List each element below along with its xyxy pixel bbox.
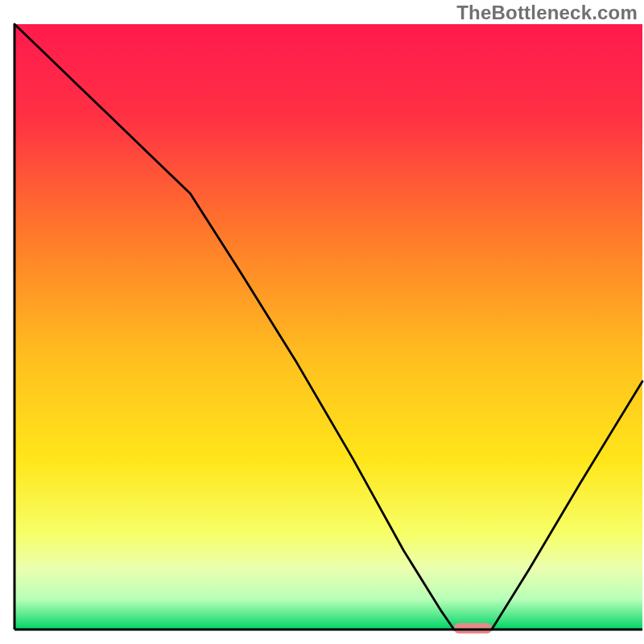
bottleneck-chart [0, 0, 644, 644]
chart-container: TheBottleneck.com [0, 0, 644, 644]
optimal-marker [454, 623, 492, 634]
